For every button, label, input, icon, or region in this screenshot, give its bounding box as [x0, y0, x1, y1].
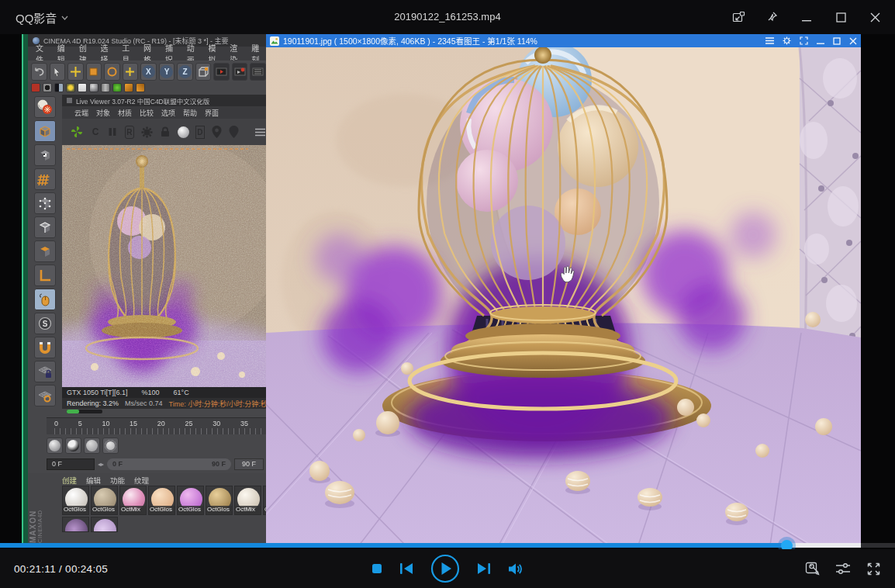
animation-timeline[interactable]: 05101520253035 — [47, 417, 266, 434]
material-thumb[interactable]: OctMix — [119, 486, 147, 515]
viewer-maximize-icon[interactable] — [833, 37, 841, 45]
octane-camera-picker-icon[interactable] — [228, 124, 239, 140]
points-mode-icon[interactable] — [34, 192, 56, 214]
octane-render-viewport[interactable] — [62, 145, 266, 387]
mini-sun-icon[interactable] — [66, 83, 75, 92]
mat-menu-function[interactable]: 功能 — [110, 475, 125, 486]
fullscreen-button[interactable] — [866, 562, 881, 576]
workplane-icon[interactable] — [34, 385, 56, 406]
render-region-icon[interactable] — [232, 63, 248, 81]
close-icon[interactable] — [866, 8, 884, 26]
polygons-mode-icon[interactable] — [34, 240, 56, 262]
octane-ball-icon[interactable] — [34, 96, 56, 118]
make-editable-icon[interactable] — [34, 120, 56, 142]
octane-list-icon[interactable] — [255, 124, 266, 140]
viewer-settings-icon[interactable] — [783, 36, 791, 45]
image-canvas[interactable]: 77% — [266, 47, 861, 545]
coordinate-system-icon[interactable] — [195, 63, 212, 81]
mini-circle-icon[interactable] — [43, 83, 52, 92]
maximize-icon[interactable] — [831, 8, 850, 26]
seek-bar-played[interactable] — [0, 543, 787, 548]
mini-sphere-icon[interactable] — [89, 83, 98, 92]
rotate-tool-icon[interactable] — [104, 63, 120, 81]
end-frame-field[interactable]: 90 F — [234, 458, 264, 470]
mini-arrow2-icon[interactable] — [136, 83, 145, 92]
volume-button[interactable] — [508, 562, 524, 576]
axis-z-button[interactable]: Z — [177, 63, 193, 81]
viewport-solo-icon[interactable] — [34, 289, 56, 310]
key-sphere-1-button[interactable] — [47, 438, 63, 454]
current-frame-field[interactable]: 0 F — [47, 458, 95, 470]
mat-menu-create[interactable]: 创建 — [62, 475, 77, 486]
octane-restart-icon[interactable] — [70, 124, 84, 140]
key-sphere-4-button[interactable] — [102, 438, 119, 454]
mini-window-icon[interactable] — [729, 8, 748, 26]
viewer-menu-icon[interactable] — [765, 37, 774, 44]
undo-icon[interactable] — [31, 63, 47, 81]
minimize-icon[interactable] — [797, 8, 816, 26]
axis-x-button[interactable]: X — [140, 63, 157, 81]
pin-icon[interactable] — [763, 8, 782, 26]
lv-menu-interface[interactable]: 界面 — [205, 108, 219, 118]
material-thumb[interactable]: OctGlos — [91, 486, 118, 515]
mini-halfmoon-icon[interactable] — [54, 83, 64, 92]
mini-green-icon[interactable] — [112, 83, 122, 92]
material-thumb[interactable]: OctGlos — [62, 486, 89, 515]
lv-menu-options[interactable]: 选项 — [161, 108, 175, 118]
previous-button[interactable] — [399, 562, 413, 575]
mini-cylinder-icon[interactable] — [101, 83, 110, 92]
octane-region-icon[interactable]: D — [195, 126, 206, 139]
mat-menu-texture[interactable]: 纹理 — [134, 475, 149, 486]
next-button[interactable] — [477, 562, 491, 575]
select-tool-icon[interactable] — [50, 63, 66, 81]
material-thumb[interactable]: OctMix — [234, 486, 261, 515]
render-view-icon[interactable] — [213, 63, 230, 81]
workplane-lock-icon[interactable] — [34, 361, 56, 382]
material-thumb[interactable]: OctGlos — [148, 486, 175, 515]
octane-material-ball-icon[interactable] — [178, 124, 189, 140]
octane-picker-icon[interactable] — [211, 124, 222, 140]
snap-icon[interactable]: S — [34, 313, 56, 334]
frame-range-slider[interactable]: 0 F 90 F — [107, 458, 231, 470]
render-settings-icon[interactable] — [250, 63, 266, 81]
playlist-settings-button[interactable] — [835, 562, 851, 576]
viewer-close-icon[interactable] — [849, 37, 857, 45]
scale-tool-icon[interactable] — [86, 63, 102, 81]
mini-red-icon[interactable] — [31, 83, 40, 92]
octane-pause-icon[interactable] — [107, 124, 118, 140]
last-tool-icon[interactable] — [123, 63, 139, 81]
model-mode-icon[interactable] — [34, 144, 56, 166]
material-thumb[interactable] — [91, 517, 118, 532]
key-sphere-2-button[interactable] — [65, 438, 81, 454]
edges-mode-icon[interactable] — [34, 216, 56, 238]
mini-arrow1-icon[interactable] — [124, 83, 133, 92]
octane-refresh-icon[interactable]: C — [90, 124, 101, 140]
seek-bar-remaining[interactable] — [787, 543, 861, 548]
lv-menu-objects[interactable]: 对象 — [96, 108, 110, 118]
live-viewer-title-bar[interactable]: Live Viewer 3.07-R2 中国C4D联盟中文汉化版 — [62, 95, 266, 106]
material-thumb[interactable]: OctGlos — [206, 486, 233, 515]
texture-mode-icon[interactable] — [34, 168, 56, 190]
magnet-icon[interactable] — [34, 337, 56, 358]
viewer-minimize-icon[interactable] — [817, 37, 824, 45]
octane-reset-icon[interactable]: R — [125, 126, 135, 139]
play-button[interactable] — [430, 554, 460, 583]
move-tool-icon[interactable] — [67, 63, 84, 81]
axis-y-button[interactable]: Y — [159, 63, 175, 81]
stop-button[interactable] — [371, 563, 382, 574]
key-sphere-3-button[interactable] — [84, 438, 100, 454]
lv-menu-help[interactable]: 帮助 — [183, 108, 197, 118]
octane-lock-icon[interactable] — [160, 124, 171, 140]
material-thumb[interactable]: OctGlos — [177, 486, 204, 515]
toolbox-button[interactable] — [805, 562, 820, 576]
lv-menu-materials[interactable]: 材质 — [118, 108, 132, 118]
viewer-title-bar[interactable]: 19011901.jpg ( 1500×1800像素, 406KB ) - 23… — [266, 34, 861, 47]
viewer-fullscreen-icon[interactable] — [800, 36, 808, 45]
lv-menu-cloud[interactable]: 云端 — [74, 108, 88, 118]
mini-card-icon[interactable] — [78, 83, 87, 92]
lv-menu-compare[interactable]: 比较 — [140, 108, 154, 118]
mat-menu-edit[interactable]: 编辑 — [86, 475, 101, 486]
octane-settings-icon[interactable] — [140, 124, 154, 140]
frame-stepper[interactable]: ◂▸ — [98, 461, 104, 468]
material-thumb[interactable] — [62, 517, 89, 532]
